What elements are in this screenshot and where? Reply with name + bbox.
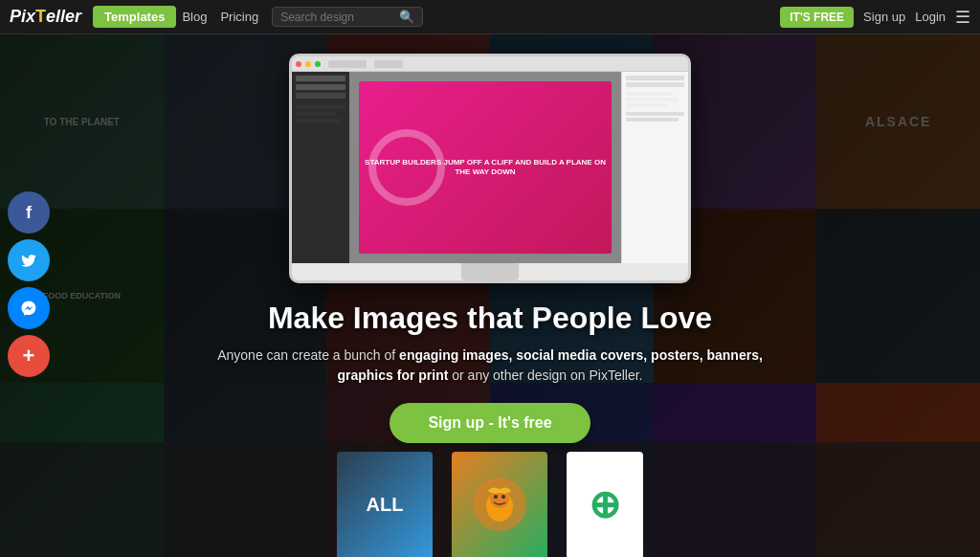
search-bar: 🔍 bbox=[272, 7, 423, 27]
social-sidebar: f + bbox=[0, 191, 50, 377]
editor-canvas: STARTUP BUILDERS JUMP OFF A CLIFF AND BU… bbox=[349, 72, 621, 263]
product-mockup: STARTUP BUILDERS JUMP OFF A CLIFF AND BU… bbox=[289, 54, 691, 283]
logo[interactable]: PixTeller bbox=[10, 7, 81, 27]
subtitle-prefix: Anyone can create a bunch of bbox=[217, 347, 399, 363]
add-social-button[interactable]: + bbox=[8, 335, 50, 377]
signup-nav-button[interactable]: Sign up bbox=[863, 10, 905, 24]
editor-topbar bbox=[292, 56, 688, 72]
twitter-share-button[interactable] bbox=[8, 239, 50, 281]
monitor-screen: STARTUP BUILDERS JUMP OFF A CLIFF AND BU… bbox=[292, 56, 688, 263]
messenger-share-button[interactable] bbox=[8, 287, 50, 329]
hamburger-menu-icon[interactable]: ☰ bbox=[955, 7, 970, 28]
hero-subtitle: Anyone can create a bunch of engaging im… bbox=[203, 345, 777, 386]
window-maximize-dot bbox=[315, 61, 321, 67]
subtitle-suffix: or any other design on PixTeller. bbox=[448, 368, 642, 383]
editor-left-panel bbox=[292, 72, 349, 263]
hero-cta-signup-button[interactable]: Sign up - It's free bbox=[390, 403, 590, 443]
templates-nav-button[interactable]: Templates bbox=[93, 6, 176, 28]
tab-bar bbox=[374, 60, 403, 68]
window-minimize-dot bbox=[305, 61, 311, 67]
its-free-button[interactable]: IT'S FREE bbox=[780, 7, 854, 28]
address-bar bbox=[328, 60, 367, 68]
editor-mockup: STARTUP BUILDERS JUMP OFF A CLIFF AND BU… bbox=[292, 56, 688, 263]
monitor-stand bbox=[461, 263, 519, 280]
hero-section: STARTUP BUILDERS JUMP OFF A CLIFF AND BU… bbox=[0, 34, 980, 557]
navbar: PixTeller Templates Blog Pricing 🔍 IT'S … bbox=[0, 0, 980, 34]
editor-right-panel bbox=[621, 72, 688, 263]
window-close-dot bbox=[296, 61, 301, 67]
blog-nav-link[interactable]: Blog bbox=[182, 10, 207, 24]
canvas-headline-text: STARTUP BUILDERS JUMP OFF A CLIFF AND BU… bbox=[359, 154, 612, 182]
pricing-nav-link[interactable]: Pricing bbox=[220, 10, 258, 24]
editor-body: STARTUP BUILDERS JUMP OFF A CLIFF AND BU… bbox=[292, 72, 688, 263]
login-nav-button[interactable]: Login bbox=[915, 10, 946, 24]
canvas-design: STARTUP BUILDERS JUMP OFF A CLIFF AND BU… bbox=[359, 81, 612, 254]
hero-title: Make Images that People Love bbox=[268, 301, 712, 336]
facebook-share-button[interactable]: f bbox=[8, 191, 50, 234]
search-icon: 🔍 bbox=[399, 10, 414, 24]
search-input[interactable] bbox=[280, 11, 395, 24]
nav-right: IT'S FREE Sign up Login ☰ bbox=[780, 7, 970, 28]
